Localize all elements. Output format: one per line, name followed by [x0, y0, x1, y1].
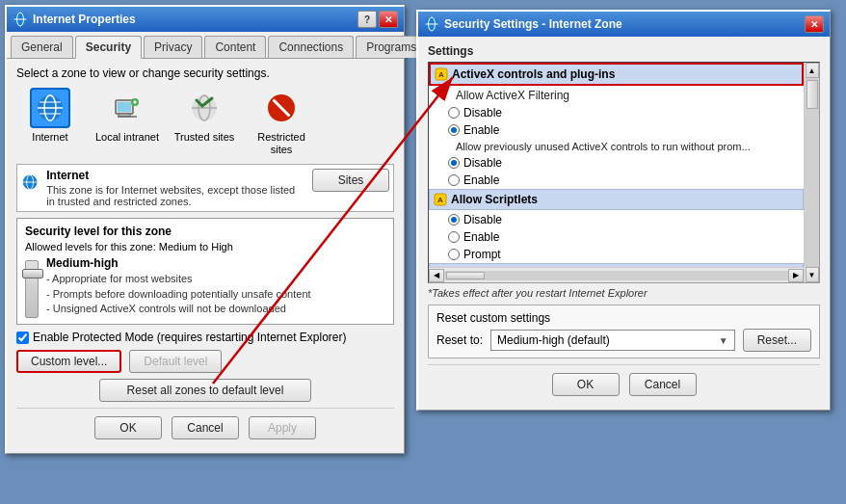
slider-track[interactable]: [25, 260, 39, 318]
tab-privacy[interactable]: Privacy: [144, 36, 202, 58]
internet-icon-wrap[interactable]: [30, 88, 70, 128]
internet-label: Internet: [32, 131, 67, 144]
scriptlets-prompt[interactable]: Prompt: [429, 246, 804, 263]
radio-unused-disable[interactable]: [448, 157, 460, 169]
category-scriptlets: A Allow Scriptlets: [429, 189, 804, 210]
security-title-icon: [424, 16, 439, 32]
restricted-sites-icon-wrap[interactable]: [261, 88, 302, 128]
unused-activex-enable[interactable]: Enable: [429, 172, 804, 189]
zone-local-intranet[interactable]: Local intranet: [93, 88, 161, 156]
right-footer: OK Cancel: [428, 364, 820, 402]
allowed-levels-text: Allowed levels for this zone: Medium to …: [25, 241, 385, 252]
zone-info-text: Internet This zone is for Internet websi…: [46, 169, 304, 207]
activex-filtering-disable[interactable]: Disable: [429, 104, 804, 121]
local-intranet-label: Local intranet: [95, 131, 159, 144]
reset-dropdown[interactable]: Medium-high (default) ▼: [490, 330, 735, 351]
h-scroll-thumb[interactable]: [446, 272, 485, 279]
internet-properties-dialog: Internet Properties ? ✕ General Security…: [5, 5, 405, 454]
zone-trusted-sites[interactable]: Trusted sites: [171, 88, 238, 156]
ie-icon: [13, 12, 28, 27]
reset-section: Reset custom settings Reset to: Medium-h…: [428, 305, 820, 358]
h-scroll-right[interactable]: ▶: [788, 269, 804, 282]
scriptlets-icon: A: [434, 193, 447, 206]
scriptlets-disable[interactable]: Disable: [429, 211, 804, 228]
security-settings-dialog: Security Settings - Internet Zone ✕ Sett…: [416, 10, 831, 411]
left-apply-button[interactable]: Apply: [249, 416, 316, 439]
tab-connections[interactable]: Connections: [268, 36, 354, 58]
restart-note: *Takes effect after you restart Internet…: [428, 287, 820, 299]
right-dialog-title: Security Settings - Internet Zone: [444, 17, 622, 31]
radio-scriptlets-prompt[interactable]: [448, 249, 460, 260]
reset-controls: Reset to: Medium-high (default) ▼ Reset.…: [436, 329, 811, 352]
radio-unused-enable[interactable]: [448, 174, 460, 186]
restricted-sites-label: Restricted sites: [248, 131, 315, 156]
radio-label: Enable: [463, 173, 499, 187]
right-ok-button[interactable]: OK: [552, 373, 620, 396]
radio-label: Disable: [463, 106, 502, 119]
reset-all-zones-button[interactable]: Reset all zones to default level: [99, 379, 311, 402]
zone-restricted-sites[interactable]: Restricted sites: [248, 88, 315, 156]
radio-scriptlets-disable[interactable]: [448, 214, 460, 225]
level-desc: - Appropriate for most websites - Prompt…: [46, 272, 311, 316]
tab-content[interactable]: Content: [204, 36, 266, 58]
security-level-box: Security level for this zone Allowed lev…: [16, 218, 394, 325]
scroll-down-arrow[interactable]: ▼: [806, 267, 819, 282]
svg-text:A: A: [437, 196, 443, 204]
scroll-track[interactable]: [805, 78, 819, 267]
h-scroll-left[interactable]: ◀: [429, 269, 444, 282]
tab-security[interactable]: Security: [75, 36, 142, 59]
right-dialog-titlebar: Security Settings - Internet Zone ✕: [418, 12, 830, 37]
reset-button[interactable]: Reset...: [743, 329, 811, 352]
zone-internet[interactable]: Internet: [16, 88, 84, 156]
scriptlets-enable[interactable]: Enable: [429, 228, 804, 246]
right-cancel-button[interactable]: Cancel: [629, 373, 697, 396]
radio-activex-filtering-enable[interactable]: [448, 124, 460, 136]
scroll-up-arrow[interactable]: ▲: [806, 63, 819, 78]
default-level-button[interactable]: Default level: [129, 350, 222, 373]
tab-general[interactable]: General: [11, 36, 73, 58]
radio-scriptlets-enable[interactable]: [448, 231, 460, 243]
security-level-title: Security level for this zone: [25, 225, 385, 238]
activex-filtering-enable[interactable]: Enable: [429, 121, 804, 139]
tabs-bar: General Security Privacy Content Connect…: [7, 32, 404, 59]
reset-to-label: Reset to:: [436, 333, 483, 347]
reset-dropdown-value: Medium-high (default): [497, 333, 610, 347]
scroll-thumb[interactable]: [806, 80, 818, 109]
radio-label: Enable: [463, 123, 499, 137]
protected-mode-row: Enable Protected Mode (requires restarti…: [16, 331, 394, 344]
level-button-row: Custom level... Default level: [16, 350, 394, 373]
settings-label: Settings: [428, 44, 820, 58]
zone-info-icon: [21, 169, 39, 196]
unused-activex-disable[interactable]: Disable: [429, 154, 804, 172]
local-intranet-icon-wrap[interactable]: [107, 88, 147, 128]
level-name: Medium-high: [46, 256, 311, 270]
left-ok-button[interactable]: OK: [94, 416, 162, 439]
left-footer: OK Cancel Apply: [16, 408, 394, 445]
trusted-sites-icon-wrap[interactable]: [184, 88, 225, 128]
slider-area: [25, 256, 39, 318]
sites-button[interactable]: Sites: [312, 169, 389, 192]
help-button[interactable]: ?: [357, 11, 377, 28]
scriptlets-label: Allow Scriptlets: [451, 193, 538, 206]
radio-label: Disable: [463, 213, 502, 226]
radio-label: Disable: [463, 156, 502, 170]
protected-mode-checkbox[interactable]: [16, 332, 29, 344]
custom-level-button[interactable]: Custom level...: [16, 350, 121, 373]
right-close-button[interactable]: ✕: [805, 15, 824, 33]
settings-scrollbar[interactable]: ▲ ▼: [804, 63, 819, 282]
category-activex: A ActiveX controls and plug-ins: [429, 63, 804, 86]
zone-info-box: Internet This zone is for Internet websi…: [16, 164, 394, 212]
unused-activex-label: Allow previously unused ActiveX controls…: [429, 139, 804, 154]
restricted-sites-icon: [266, 93, 297, 123]
slider-thumb[interactable]: [22, 269, 43, 279]
internet-icon: [35, 93, 66, 123]
local-intranet-icon: [112, 93, 143, 123]
left-cancel-button[interactable]: Cancel: [172, 416, 239, 439]
left-close-button[interactable]: ✕: [379, 11, 398, 28]
h-scrollbar[interactable]: ◀ ▶: [429, 267, 804, 282]
radio-activex-filtering-disable[interactable]: [448, 107, 460, 119]
reset-all-row: Reset all zones to default level: [16, 379, 394, 402]
dropdown-arrow-icon: ▼: [719, 335, 728, 346]
zone-info-desc: This zone is for Internet websites, exce…: [46, 184, 304, 207]
h-scroll-track[interactable]: [444, 271, 788, 280]
